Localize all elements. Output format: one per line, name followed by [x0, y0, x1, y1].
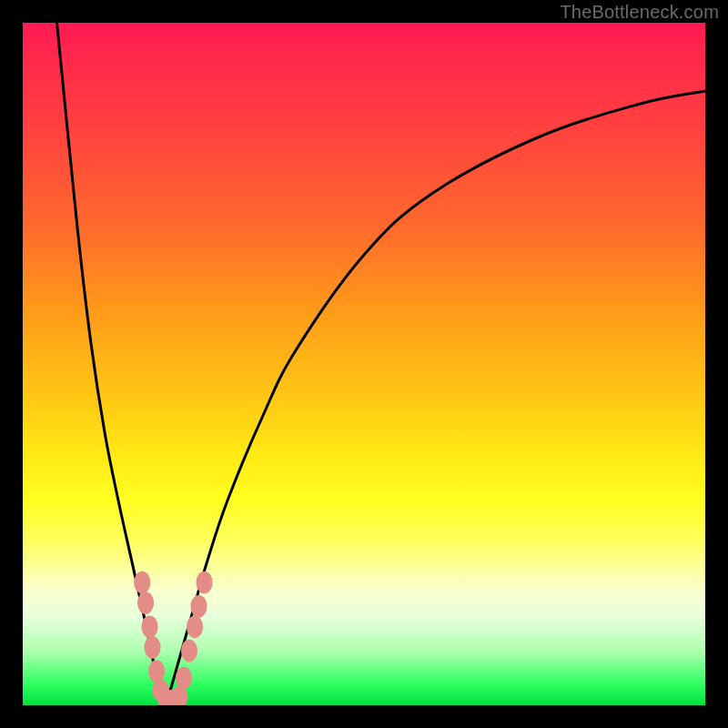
data-marker [148, 660, 165, 682]
data-marker [181, 640, 197, 662]
chart-frame: TheBottleneck.com [0, 0, 728, 728]
plot-area [23, 23, 705, 705]
curve-right-branch [167, 91, 706, 705]
watermark-text: TheBottleneck.com [560, 2, 719, 23]
data-marker [144, 636, 160, 659]
curve-svg [23, 23, 705, 705]
data-marker [134, 571, 150, 594]
data-marker [176, 667, 192, 690]
data-marker [187, 615, 203, 638]
data-marker [196, 571, 212, 594]
data-marker [190, 595, 207, 618]
data-marker [137, 592, 154, 614]
data-marker [141, 615, 157, 638]
